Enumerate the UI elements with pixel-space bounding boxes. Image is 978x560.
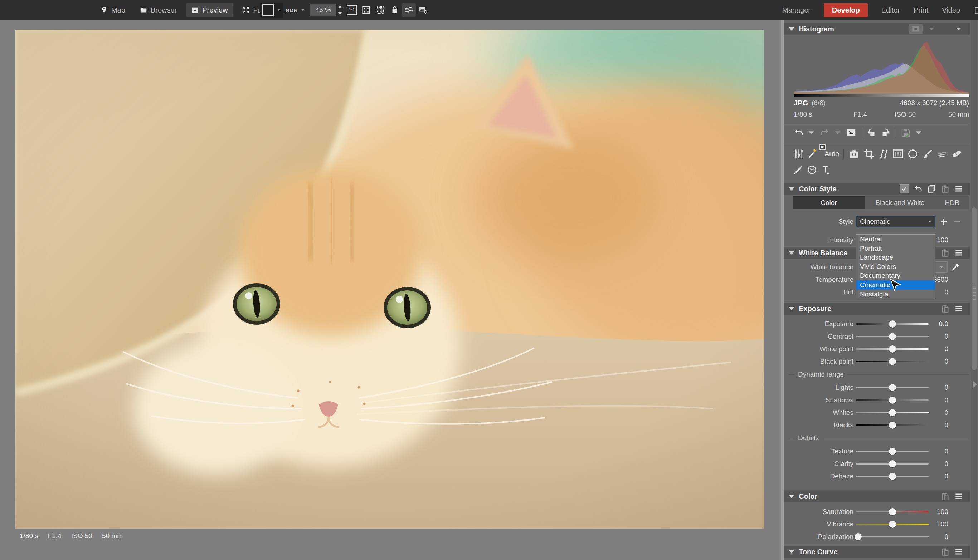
flash-warning-button[interactable] (260, 3, 283, 18)
sliders-icon[interactable] (793, 148, 805, 160)
collapse-caret-icon[interactable] (789, 27, 794, 31)
slider-thumb[interactable] (854, 533, 862, 540)
slider-thumb[interactable] (889, 397, 896, 404)
rotate-left-icon[interactable] (866, 127, 877, 138)
chevron-down-icon[interactable] (276, 8, 281, 13)
panel-collapse-arrow-icon[interactable] (973, 380, 977, 388)
module-tab-editor[interactable]: Editor (881, 6, 900, 14)
style-option-landscape[interactable]: Landscape (856, 253, 935, 262)
section-header-exposure[interactable]: Exposure (784, 303, 970, 315)
slider-thumb[interactable] (889, 508, 896, 515)
view-btn-preview[interactable]: Preview (186, 3, 232, 17)
overlay-toggle-icon[interactable] (909, 24, 923, 34)
camera-icon[interactable] (848, 148, 860, 160)
copy-icon[interactable] (927, 184, 936, 193)
tab-hdr[interactable]: HDR (935, 196, 969, 209)
gradient-icon[interactable] (936, 148, 948, 160)
tab-color[interactable]: Color (793, 196, 864, 209)
quick-compare-button[interactable] (402, 3, 416, 17)
style-select[interactable]: Cinematic (856, 216, 935, 227)
collapse-caret-icon[interactable] (789, 495, 794, 498)
slider-thumb[interactable] (889, 448, 896, 455)
zoom-level-input[interactable]: 45 % (310, 4, 336, 16)
pen-icon[interactable] (793, 165, 804, 175)
ellipse-icon[interactable] (907, 148, 919, 160)
chevron-down-icon[interactable] (939, 265, 944, 270)
style-option-portrait[interactable]: Portrait (856, 244, 935, 253)
module-tab-video[interactable]: Video (942, 6, 960, 14)
frame-icon[interactable] (892, 148, 904, 160)
redo-icon[interactable] (819, 127, 830, 138)
photo-preview[interactable] (15, 30, 764, 528)
section-header-tone-curve[interactable]: Tone Curve (784, 546, 970, 558)
collapse-caret-icon[interactable] (789, 187, 794, 191)
gear-icon[interactable] (940, 24, 950, 33)
eyedropper-icon[interactable] (950, 262, 960, 272)
preview-settings-button[interactable] (416, 3, 430, 17)
level-icon[interactable] (878, 148, 889, 160)
slider-thumb[interactable] (889, 460, 896, 467)
chevron-down-icon[interactable] (954, 24, 963, 33)
filmstrip-button[interactable] (374, 3, 387, 17)
add-style-icon[interactable] (939, 217, 948, 227)
brush-icon[interactable] (921, 148, 933, 160)
chevron-down-icon[interactable] (913, 127, 924, 138)
hdr-control[interactable]: HDR (286, 0, 305, 20)
collapse-caret-icon[interactable] (789, 307, 794, 310)
tab-black-and-white[interactable]: Black and White (864, 196, 935, 209)
menu-icon[interactable] (954, 184, 963, 193)
one-to-one-button[interactable]: 1:1 (345, 3, 359, 17)
external-link-icon[interactable] (974, 5, 978, 15)
module-tab-print[interactable]: Print (914, 6, 928, 14)
slider-thumb[interactable] (889, 320, 896, 328)
module-tab-manager[interactable]: Manager (782, 6, 811, 14)
collapse-caret-icon[interactable] (789, 251, 794, 255)
histogram-header[interactable]: Histogram (784, 23, 970, 35)
menu-icon[interactable] (954, 304, 963, 313)
menu-icon[interactable] (954, 248, 963, 257)
zoom-stepper[interactable] (338, 4, 344, 16)
crop-icon[interactable] (863, 148, 874, 160)
chevron-down-icon[interactable] (300, 8, 305, 13)
menu-icon[interactable] (954, 547, 963, 557)
paste-icon[interactable] (940, 492, 950, 501)
paste-icon[interactable] (940, 184, 950, 193)
chevron-down-icon[interactable] (806, 127, 817, 138)
view-btn-map[interactable]: Map (95, 3, 130, 17)
chevron-down-icon[interactable] (927, 24, 936, 33)
rotate-right-icon[interactable] (880, 127, 891, 138)
fit-screen-button[interactable] (359, 3, 373, 17)
style-option-neutral[interactable]: Neutral (856, 235, 935, 244)
paste-icon[interactable] (940, 547, 950, 557)
ai-wand-button[interactable]: AI (807, 147, 823, 160)
stepper-down-icon[interactable] (338, 12, 342, 15)
save-icon[interactable] (900, 127, 911, 138)
text-tool-icon[interactable] (820, 165, 831, 175)
slider-track[interactable] (856, 536, 929, 537)
paste-icon[interactable] (940, 304, 950, 313)
slider-thumb[interactable] (889, 409, 896, 416)
view-btn-browser[interactable]: Browser (135, 3, 182, 17)
enabled-checkbox[interactable] (899, 184, 909, 193)
slider-thumb[interactable] (889, 333, 896, 340)
slider-thumb[interactable] (889, 358, 896, 365)
undo-icon[interactable] (913, 184, 923, 193)
style-option-vivid-colors[interactable]: Vivid Colors (856, 262, 935, 272)
undo-icon[interactable] (793, 127, 804, 138)
paste-icon[interactable] (940, 248, 950, 257)
menu-icon[interactable] (954, 492, 963, 501)
slider-thumb[interactable] (889, 473, 896, 480)
stepper-up-icon[interactable] (338, 5, 342, 8)
collapse-caret-icon[interactable] (789, 550, 794, 553)
panel-splitter[interactable] (781, 20, 784, 560)
slider-thumb[interactable] (889, 345, 896, 353)
chevron-down-icon[interactable] (927, 219, 932, 224)
section-header-color-style[interactable]: Color Style (784, 183, 970, 195)
slider-thumb[interactable] (889, 521, 896, 528)
bandage-icon[interactable] (951, 148, 963, 160)
section-header-color[interactable]: Color (784, 490, 970, 502)
mask-icon[interactable] (807, 165, 818, 175)
chevron-down-icon[interactable] (833, 127, 843, 138)
lock-button[interactable] (388, 3, 401, 17)
module-tab-develop[interactable]: Develop (824, 3, 868, 17)
